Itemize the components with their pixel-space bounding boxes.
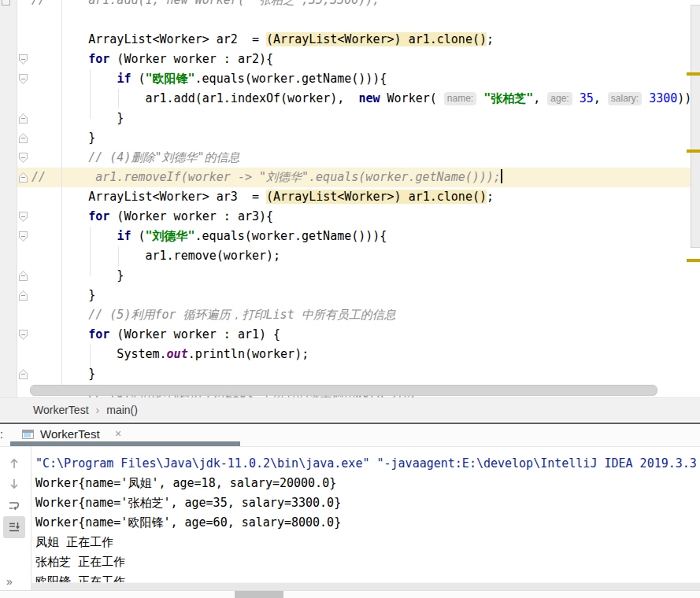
editor-vertical-scrollbar[interactable] [691,5,700,248]
down-arrow-icon [7,477,21,491]
console-output-line: Worker{name='凤姐', age=18, salary=20000.0… [35,474,336,493]
code-editor[interactable]: // ar1.add(1, new Worker( "张柏芝",35,3300)… [0,0,700,397]
code-line[interactable]: // ar1.removeIf(worker -> "刘德华".equals(w… [31,168,502,187]
code-line[interactable]: ArrayList<Worker> ar3 = (ArrayList<Worke… [31,187,494,207]
soft-wrap-button[interactable] [7,499,21,513]
code-line[interactable]: ArrayList<Worker> ar2 = (ArrayList<Worke… [31,30,494,50]
console-output-line: Worker{name='欧阳锋', age=60, salary=8000.0… [35,513,341,533]
scroll-to-end-icon [7,520,21,534]
console-tab-icon [22,430,34,439]
prev-occurrence-button[interactable] [7,456,21,471]
scroll-to-end-button[interactable] [7,520,21,534]
fold-region-end-icon[interactable] [19,133,28,143]
bottom-scrollbar-thumb[interactable] [235,591,283,598]
code-line[interactable]: for (Worker worker : ar2){ [31,50,273,69]
fold-region-end-icon[interactable] [19,113,28,124]
console-toolbar: » [0,447,31,598]
editor-horizontal-scrollbar[interactable] [30,385,657,396]
bottom-scrollbar-track [0,590,700,598]
breadcrumb-class[interactable]: WorkerTest [33,404,89,416]
code-line[interactable]: } [31,266,124,286]
code-line[interactable]: ar1.remove(worker); [31,246,280,266]
code-line[interactable]: } [31,128,95,148]
run-tab-workertest[interactable]: WorkerTest [40,427,100,441]
code-line[interactable]: } [31,286,95,305]
fold-region-end-icon[interactable] [19,369,28,379]
code-line[interactable]: if ("欧阳锋".equals(worker.getName())){ [31,69,387,89]
breadcrumb-method[interactable]: main() [106,404,138,416]
fold-region-start-icon[interactable] [19,330,28,340]
fold-region-end-icon[interactable] [19,172,28,183]
error-stripe-mark[interactable] [687,72,700,76]
code-line[interactable]: } [31,109,124,128]
close-icon[interactable]: × [115,427,121,440]
fold-region-start-icon[interactable] [19,74,28,84]
error-stripe-mark[interactable] [687,150,700,153]
code-line[interactable]: // (4)删除"刘德华"的信息 [31,148,240,168]
error-stripe-mark[interactable] [687,259,700,262]
text-caret [501,169,502,183]
soft-wrap-icon [7,499,21,513]
run-console[interactable]: » "C:\Program Files\Java\jdk-11.0.2\bin\… [0,447,700,598]
console-output-line: Worker{name='张柏芝', age=35, salary=3300.0… [35,493,341,513]
up-arrow-icon [7,456,21,471]
console-output-line: 张柏芝 正在工作 [35,552,125,572]
breadcrumb-chevron-icon: › [96,404,100,416]
code-line[interactable]: for (Worker worker : ar1) { [31,325,280,345]
breadcrumb: WorkerTest › main() [0,397,700,421]
code-line[interactable]: // ar1.add(1, new Worker( "张柏芝",35,3300)… [31,0,380,10]
next-occurrence-button[interactable] [7,477,21,491]
code-line[interactable]: if ("刘德华".equals(worker.getName())){ [31,227,387,246]
fold-region-end-icon[interactable] [19,271,28,281]
code-line[interactable]: ar1.add(ar1.indexOf(worker), new Worker(… [31,89,698,109]
code-line[interactable]: } [31,364,95,384]
editor-gutter [0,0,17,397]
collapsed-fold-icon[interactable] [2,0,10,6]
fold-region-start-icon[interactable] [19,231,28,242]
fold-region-start-icon[interactable] [19,212,28,222]
run-tabbar: : WorkerTest × [0,424,700,446]
console-output-line: 凤姐 正在工作 [35,533,113,552]
more-options-icon[interactable]: » [6,575,11,588]
fold-region-end-icon[interactable] [19,290,28,301]
fold-region-start-icon[interactable] [19,153,28,163]
code-line[interactable]: System.out.println(worker); [31,345,309,364]
console-command-line: "C:\Program Files\Java\jdk-11.0.2\bin\ja… [35,454,697,474]
run-panel-label: : [0,428,3,441]
code-line[interactable]: // (5)利用for 循环遍历，打印List 中所有员工的信息 [31,305,396,325]
code-line[interactable]: for (Worker worker : ar3){ [31,207,273,227]
fold-region-start-icon[interactable] [19,54,28,65]
